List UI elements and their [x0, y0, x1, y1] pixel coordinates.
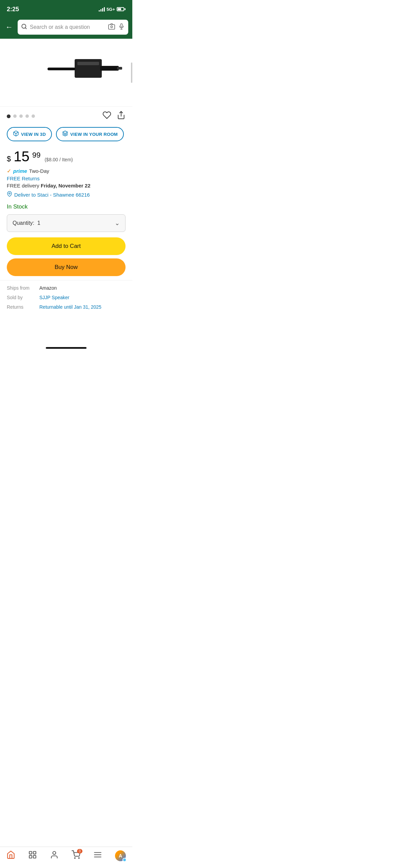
returns-row: Returns Returnable until Jan 31, 2025	[7, 302, 126, 312]
svg-line-1	[25, 28, 26, 29]
product-image	[47, 46, 122, 100]
view-in-3d-button[interactable]: VIEW IN 3D	[7, 127, 52, 141]
svg-point-14	[9, 193, 10, 194]
delivery-date: Friday, November 22	[41, 183, 90, 188]
cta-buttons: Add to Cart Buy Now	[0, 237, 132, 280]
prime-check-icon: ✓	[7, 168, 11, 174]
3d-icon	[13, 130, 19, 138]
battery-icon	[117, 7, 126, 11]
quantity-label-text: Quantity:	[13, 220, 34, 226]
delivery-line: FREE delivery Friday, November 22	[7, 183, 126, 188]
ships-from-value: Amazon	[39, 285, 57, 291]
svg-rect-8	[100, 66, 119, 71]
view-3d-label: VIEW IN 3D	[21, 132, 46, 137]
network-type: 5G+	[107, 7, 115, 12]
image-actions	[102, 111, 126, 122]
quantity-value: 1	[37, 220, 40, 226]
dot-4[interactable]	[25, 114, 29, 118]
search-icon	[21, 23, 27, 31]
sold-by-value[interactable]: SJJP Speaker	[39, 295, 69, 300]
dot-5[interactable]	[32, 114, 35, 118]
in-stock-label: In Stock	[0, 202, 132, 214]
share-button[interactable]	[117, 111, 126, 122]
dot-3[interactable]	[19, 114, 23, 118]
location-icon	[7, 191, 12, 198]
header: ← Search or ask a question	[0, 17, 132, 39]
prime-line: ✓ prime Two-Day	[7, 168, 126, 174]
home-indicator	[46, 347, 87, 349]
deliver-to-text: Deliver to Staci - Shawnee 66216	[14, 192, 90, 198]
add-to-cart-button[interactable]: Add to Cart	[7, 237, 126, 255]
delivery-text: FREE delivery	[7, 183, 39, 188]
back-button[interactable]: ←	[4, 21, 14, 33]
dot-1[interactable]	[7, 114, 11, 118]
price-cents: 99	[32, 151, 40, 160]
returns-value[interactable]: Returnable until Jan 31, 2025	[39, 304, 101, 310]
status-icons: 5G+	[99, 7, 126, 12]
buy-now-button[interactable]: Buy Now	[7, 258, 126, 276]
price-section: $ 15 99 ($8.00 / Item)	[0, 147, 132, 165]
image-dots	[7, 114, 35, 118]
sold-by-label: Sold by	[7, 295, 34, 300]
sold-by-row: Sold by SJJP Speaker	[7, 293, 126, 302]
svg-rect-9	[117, 67, 122, 70]
svg-rect-11	[77, 62, 99, 65]
search-bar[interactable]: Search or ask a question	[18, 20, 128, 35]
ar-buttons-row: VIEW IN 3D VIEW IN YOUR ROOM	[0, 126, 132, 147]
scroll-bar	[131, 62, 132, 83]
microphone-icon[interactable]	[118, 23, 125, 32]
status-time: 2:25	[7, 6, 19, 13]
fulfillment-section: Ships from Amazon Sold by SJJP Speaker R…	[0, 280, 132, 317]
view-room-label: VIEW IN YOUR ROOM	[70, 132, 118, 137]
quantity-selector[interactable]: Quantity: 1 ⌄	[7, 214, 126, 232]
ar-room-icon	[62, 130, 68, 138]
price-per-item: ($8.00 / Item)	[44, 157, 73, 162]
prime-two-day: Two-Day	[29, 168, 49, 174]
free-returns[interactable]: FREE Returns	[7, 176, 126, 181]
prime-logo: prime	[13, 168, 27, 174]
price-symbol: $	[7, 155, 11, 163]
svg-point-3	[111, 26, 113, 28]
product-svg	[47, 46, 122, 100]
product-image-area	[0, 39, 132, 107]
quantity-section: Quantity: 1 ⌄	[0, 214, 132, 237]
chevron-down-icon: ⌄	[115, 219, 120, 227]
ships-from-label: Ships from	[7, 285, 34, 291]
ships-from-row: Ships from Amazon	[7, 283, 126, 293]
svg-rect-10	[47, 68, 75, 70]
view-in-room-button[interactable]: VIEW IN YOUR ROOM	[56, 127, 124, 141]
svg-rect-4	[121, 23, 122, 27]
signal-bars-icon	[99, 7, 105, 12]
camera-search-icon[interactable]	[108, 23, 115, 32]
search-placeholder: Search or ask a question	[30, 24, 105, 30]
returns-label: Returns	[7, 304, 34, 310]
price-whole: 15	[14, 149, 30, 164]
svg-rect-2	[109, 24, 115, 29]
image-controls	[0, 107, 132, 126]
wishlist-button[interactable]	[102, 111, 111, 122]
prime-section: ✓ prime Two-Day FREE Returns FREE delive…	[0, 165, 132, 202]
quantity-label: Quantity: 1	[13, 220, 40, 226]
deliver-to[interactable]: Deliver to Staci - Shawnee 66216	[7, 191, 126, 198]
dot-2[interactable]	[13, 114, 17, 118]
status-bar: 2:25 5G+	[0, 0, 132, 17]
